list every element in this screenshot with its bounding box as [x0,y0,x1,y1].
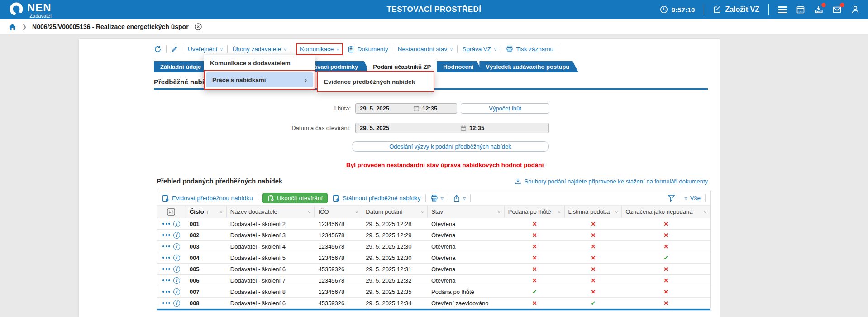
stahnout-nabidky-button[interactable]: Stáhnout předběžné nabídky [332,194,421,202]
filter-caret-icon[interactable]: ▽ [555,210,560,214]
toolbar-uverejneni[interactable]: Uveřejnění▽ [188,46,223,53]
user-icon[interactable] [851,5,860,14]
row-menu-icon[interactable] [162,268,170,270]
lhuta-date-value[interactable]: 29. 5. 2025 [360,105,413,112]
odeslani-vyzvy-button[interactable]: Odeslání výzvy k podání předběžných nabí… [352,141,549,152]
cell-listinna-podoba: ✕ [565,230,622,240]
grid-scrollbar[interactable] [157,309,710,310]
row-menu-icon[interactable] [162,302,170,304]
column-cislo[interactable]: Číslo ↑ ▽ [186,206,227,218]
filter-caret-icon[interactable]: ▽ [612,210,618,214]
soubory-podani-link[interactable]: Soubory podání najdete připravené ke sta… [515,178,708,185]
column-datum-podani[interactable]: Datum podání ▽ [362,206,428,218]
table-row[interactable]: i 005 Dodavatel - školení 6 45359326 29.… [157,264,710,275]
oteviani-field[interactable]: 29. 5. 2025 12:35 [355,123,549,133]
row-menu-icon[interactable] [162,245,170,247]
table-row[interactable]: i 003 Dodavatel - školení 4 12345678 29.… [157,241,710,252]
menu-item-prace-s-nabidkami[interactable]: Práce s nabídkami › [206,72,313,87]
row-info-icon[interactable]: i [173,288,180,295]
breadcrumb-record[interactable]: N006/25/V00005136 - Realizace energetick… [32,23,189,30]
cell-datum-podani: 29. 5. 2025 12:32 [362,275,428,286]
toolbar-sprava-vz[interactable]: Správa VZ▽ [462,46,496,53]
row-info-icon[interactable]: i [173,221,180,227]
row-menu-icon[interactable] [162,223,170,225]
table-row[interactable]: i 002 Dodavatel - školení 3 12345678 29.… [157,230,710,241]
row-info-icon[interactable]: i [173,300,180,307]
tab-vysledek-zadavaciho-postupu[interactable]: Výsledek zadávacího postupu [479,61,578,72]
filter-caret-icon[interactable]: ▽ [305,210,310,214]
column-listinna-podoba[interactable]: Listinná podoba ▽ [565,206,622,218]
table-row[interactable]: i 008 Dodavatel - školení 6 45359326 29.… [157,298,710,309]
notification-badge [821,3,826,7]
row-info-icon[interactable]: i [173,243,180,250]
cell-stav: Otevření zaevidováno [428,298,505,308]
toolbar-dokumenty[interactable]: Dokumenty [348,46,388,53]
grid-print-button[interactable]: ▽ [430,194,444,202]
column-podana-po-lhute[interactable]: Podaná po lhůtě ▽ [505,206,565,218]
evidovat-nabidku-button[interactable]: Evidovat předběžnou nabídku [162,194,253,202]
clipboard-gear-icon [162,194,169,202]
menu-item-evidence-predbeznych-nabidek[interactable]: Evidence předběžných nabídek [324,78,415,85]
filter-caret-icon[interactable]: ▽ [418,210,424,214]
record-toolbar: Uveřejnění▽ Úkony zadavatele▽ Komunikace… [154,43,708,55]
column-nazev-dodavatele[interactable]: Název dodavatele ▽ [227,206,315,218]
filter-caret-icon[interactable]: ▽ [353,210,358,214]
tab-hodnoceni[interactable]: Hodnocení [437,61,482,72]
lhuta-field[interactable]: 29. 5. 2025 12:35 [355,103,457,114]
chevron-down-icon: ▽ [336,47,339,51]
tab-zakladni-udaje[interactable]: Základní údaje [154,61,210,72]
row-info-icon[interactable]: i [173,232,180,239]
table-row[interactable]: i 007 Dodavatel - školení 8 12345678 29.… [157,286,710,298]
calendar-small-icon[interactable] [413,106,420,112]
nen-logo[interactable]: NEN Zadavatel [8,1,52,19]
filter-funnel-icon[interactable] [668,194,675,202]
toolbar-ukony-zadavatele[interactable]: Úkony zadavatele▽ [232,46,286,53]
logo-subtitle: Zadavatel [29,14,51,19]
cell-nazev-dodavatele: Dodavatel - školení 4 [227,241,315,252]
ukoncit-oteviani-button[interactable]: Ukončit otevírání [262,193,328,203]
refresh-icon[interactable] [154,45,162,53]
table-row[interactable]: i 006 Dodavatel - školení 7 12345678 29.… [157,275,710,286]
row-info-icon[interactable]: i [173,277,180,284]
environment-title: TESTOVACÍ PROSTŘEDÍ [386,5,481,14]
column-oznacena-jako-nepodana[interactable]: Označena jako nepodaná ▽ [622,206,710,218]
column-settings-icon[interactable] [167,208,175,216]
home-icon[interactable] [8,23,17,31]
table-row[interactable]: i 001 Dodavatel - školení 2 12345678 29.… [157,218,710,230]
filter-caret-icon[interactable]: ▽ [217,210,223,214]
toolbar-nestandardni-stav[interactable]: Nestandardní stav▽ [398,46,453,53]
filter-all-selector[interactable]: ▽ Vše [685,195,701,202]
oteviani-time-value[interactable]: 12:35 [469,125,484,131]
calendar-icon[interactable] [796,5,805,14]
inbox-download-icon[interactable] [814,5,823,14]
filter-caret-icon[interactable]: ▽ [701,210,706,214]
filter-caret-icon[interactable]: ▽ [495,210,501,214]
edit-pencil-icon[interactable] [171,45,178,53]
lhuta-time-value[interactable]: 12:35 [422,105,437,112]
column-ico[interactable]: IČO ▽ [315,206,362,218]
oteviani-date-value[interactable]: 29. 5. 2025 [360,125,460,131]
column-stav[interactable]: Stav ▽ [428,206,505,218]
toolbar-komunikace[interactable]: Komunikace▽ [300,46,339,53]
menu-hamburger-icon[interactable] [778,6,787,13]
menu-item-komunikace-s-dodavatelem[interactable]: Komunikace s dodavatelem [204,56,315,70]
chevron-down-icon: ▽ [220,47,223,51]
row-menu-icon[interactable] [162,291,170,293]
edit-square-icon [713,5,721,14]
calendar-small-icon[interactable] [460,125,467,131]
table-row[interactable]: i 004 Dodavatel - školení 5 12345678 29.… [157,252,710,264]
create-vz-button[interactable]: Založit VZ [713,5,759,14]
grid-export-button[interactable]: ▽ [453,195,466,202]
cell-oznacena-jako-nepodana: ✓ [622,252,710,263]
row-menu-icon[interactable] [162,234,170,236]
printer-icon [430,194,438,202]
row-menu-icon[interactable] [162,279,170,281]
toolbar-tisk-zaznamu[interactable]: Tisk záznamu [506,45,553,53]
row-info-icon[interactable]: i [173,266,180,273]
vypocet-lhut-button[interactable]: Výpočet lhůt [461,103,549,114]
mail-icon[interactable] [832,5,842,14]
row-menu-icon[interactable] [162,257,170,259]
cell-listinna-podoba: ✕ [565,275,622,286]
close-record-icon[interactable] [194,23,202,31]
row-info-icon[interactable]: i [173,255,180,261]
